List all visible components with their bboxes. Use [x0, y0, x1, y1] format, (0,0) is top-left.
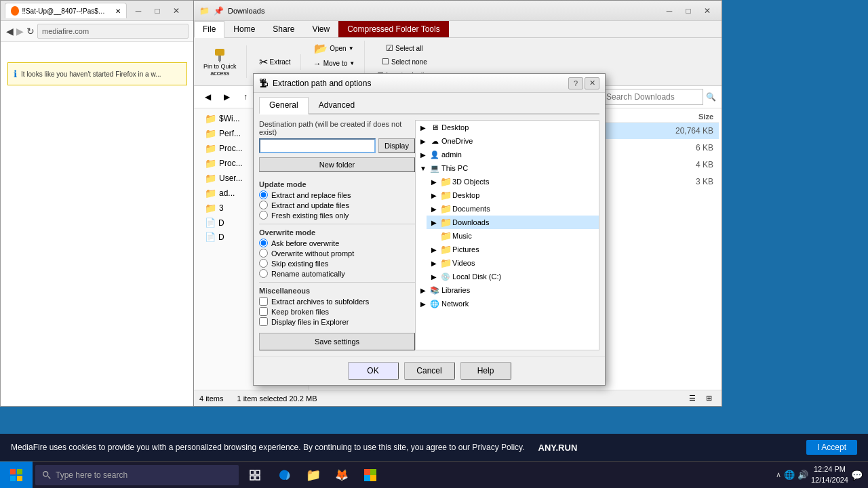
tree-item-desktop-sub[interactable]: ▶ 📁 Desktop: [427, 188, 599, 202]
tree-label: Local Disk (C:): [452, 272, 501, 281]
tree-item-music[interactable]: 📁 Music: [427, 229, 599, 243]
update-mode-label: Update mode: [259, 180, 415, 188]
tree-item-downloads[interactable]: ▶ 📁 Downloads: [427, 216, 599, 229]
folder-icon: 📁: [440, 190, 451, 201]
library-icon: 📚: [429, 285, 440, 296]
folder-icon: 📁: [440, 258, 451, 268]
firefox-icon: 🦊: [335, 468, 349, 481]
expand-icon[interactable]: ▶: [429, 205, 439, 213]
edge-btn[interactable]: [271, 462, 298, 489]
tree-label: OneDrive: [441, 137, 473, 145]
overwrite-option-2[interactable]: Skip existing files: [259, 259, 415, 268]
tree-label: Desktop: [441, 123, 469, 131]
ok-btn[interactable]: OK: [348, 362, 399, 380]
expand-icon[interactable]: ▶: [418, 287, 428, 294]
misc-option-1-label: Keep broken files: [271, 308, 329, 316]
sound-icon: 🔊: [797, 470, 808, 480]
tree-item-this-pc[interactable]: ▼ 💻 This PC: [416, 161, 599, 175]
dialog-title: 🗜 Extraction path and options: [259, 78, 371, 89]
tree-item-local-disk[interactable]: ▶ 💿 Local Disk (C:): [427, 270, 599, 283]
tree-item-libraries[interactable]: ▶ 📚 Libraries: [416, 283, 599, 297]
firefox-taskbar-btn[interactable]: 🦊: [328, 462, 355, 489]
tree-label: 3D Objects: [452, 178, 489, 186]
cookie-accept-btn[interactable]: I Accept: [806, 440, 857, 455]
expand-icon[interactable]: ▶: [429, 273, 439, 281]
expand-icon[interactable]: ▶: [418, 300, 428, 308]
edge-icon: [279, 469, 291, 481]
misc-option-0-label: Extract archives to subfolders: [271, 298, 369, 306]
tree-item-network[interactable]: ▶ 🌐 Network: [416, 297, 599, 310]
colorful-app-btn[interactable]: [357, 462, 384, 489]
taskbar-search[interactable]: Type here to search: [35, 465, 239, 485]
dialog-controls: ? ✕: [568, 77, 599, 89]
overwrite-option-3-label: Rename automatically: [271, 270, 345, 278]
dialog-left-panel: Destination path (will be created if doe…: [259, 120, 415, 350]
expand-icon[interactable]: ▶: [429, 192, 439, 199]
tree-item-onedrive[interactable]: ▶ ☁ OneDrive: [416, 134, 599, 148]
tree-item-desktop[interactable]: ▶ 🖥 Desktop: [416, 121, 599, 134]
tree-label: admin: [441, 150, 462, 159]
update-option-2[interactable]: Fresh existing files only: [259, 211, 415, 220]
search-icon: [42, 470, 52, 480]
folder-icon: 📁: [440, 230, 451, 241]
folder-icon: 📁: [440, 203, 451, 214]
overwrite-option-0[interactable]: Ask before overwrite: [259, 239, 415, 247]
dialog-overlay: 🗜 Extraction path and options ? ✕ Genera…: [0, 0, 868, 488]
dialog-titlebar: 🗜 Extraction path and options ? ✕: [254, 74, 605, 93]
expand-icon[interactable]: ▶: [418, 151, 428, 159]
expand-icon[interactable]: ▶: [418, 124, 428, 131]
new-folder-btn[interactable]: New folder: [259, 157, 415, 172]
cancel-btn[interactable]: Cancel: [404, 362, 455, 380]
expand-icon[interactable]: ▶: [429, 178, 439, 186]
tree-label: Downloads: [452, 218, 489, 226]
tree-item-pictures[interactable]: ▶ 📁 Pictures: [427, 243, 599, 256]
save-settings-btn[interactable]: Save settings: [259, 333, 415, 350]
misc-label: Miscellaneous: [259, 287, 415, 295]
cookie-bar: MediaFire uses cookies to provide you wi…: [0, 434, 868, 461]
folder-icon: 📁: [440, 176, 451, 187]
tree-item-videos[interactable]: ▶ 📁 Videos: [427, 256, 599, 270]
expand-icon[interactable]: ▶: [429, 219, 439, 226]
svg-rect-6: [17, 476, 22, 481]
taskbar-clock[interactable]: 12:24 PM 12/14/2024: [811, 464, 848, 485]
svg-line-8: [48, 476, 51, 479]
user-icon: 👤: [429, 149, 440, 160]
misc-option-2-label: Display files in Explorer: [271, 318, 349, 326]
dest-path-input[interactable]: C:\Users\admin\Downloads\!!Sat-Up@__8407…: [259, 138, 376, 153]
overwrite-option-1[interactable]: Overwrite without prompt: [259, 249, 415, 258]
divider-1: [259, 224, 415, 224]
expand-icon[interactable]: ▼: [418, 165, 428, 172]
expand-icon[interactable]: ▶: [429, 246, 439, 253]
disk-icon: 💿: [440, 271, 451, 282]
dialog-tabs: General Advanced: [259, 97, 599, 115]
svg-rect-15: [364, 475, 370, 481]
tab-advanced[interactable]: Advanced: [309, 97, 365, 113]
help-btn[interactable]: Help: [460, 362, 511, 380]
task-view-btn[interactable]: [241, 462, 269, 489]
tree-item-3d-objects[interactable]: ▶ 📁 3D Objects: [427, 175, 599, 188]
explorer-taskbar-btn[interactable]: 📁: [300, 462, 327, 489]
clock-time: 12:24 PM: [811, 464, 848, 474]
overwrite-option-0-label: Ask before overwrite: [271, 239, 339, 247]
misc-option-0[interactable]: Extract archives to subfolders: [259, 297, 415, 306]
misc-option-1[interactable]: Keep broken files: [259, 307, 415, 316]
dialog-close-btn[interactable]: ✕: [585, 77, 599, 89]
tree-label: Libraries: [441, 286, 470, 294]
expand-icon[interactable]: ▶: [429, 260, 439, 267]
overwrite-option-3[interactable]: Rename automatically: [259, 269, 415, 278]
update-option-1[interactable]: Extract and update files: [259, 201, 415, 209]
misc-option-2[interactable]: Display files in Explorer: [259, 317, 415, 326]
display-btn[interactable]: Display: [378, 138, 415, 153]
tree-label: Pictures: [452, 245, 479, 253]
start-button[interactable]: [0, 462, 33, 489]
tree-item-admin[interactable]: ▶ 👤 admin: [416, 148, 599, 161]
folder-icon: 📁: [440, 244, 451, 255]
update-option-0[interactable]: Extract and replace files: [259, 190, 415, 199]
tree-item-documents[interactable]: ▶ 📁 Documents: [427, 202, 599, 216]
dialog-help-btn[interactable]: ?: [568, 77, 583, 89]
svg-rect-11: [250, 476, 254, 480]
tab-general[interactable]: General: [259, 97, 309, 115]
expand-icon[interactable]: ▶: [418, 138, 428, 145]
notification-icon[interactable]: 💬: [851, 470, 863, 481]
update-option-0-label: Extract and replace files: [271, 191, 351, 199]
